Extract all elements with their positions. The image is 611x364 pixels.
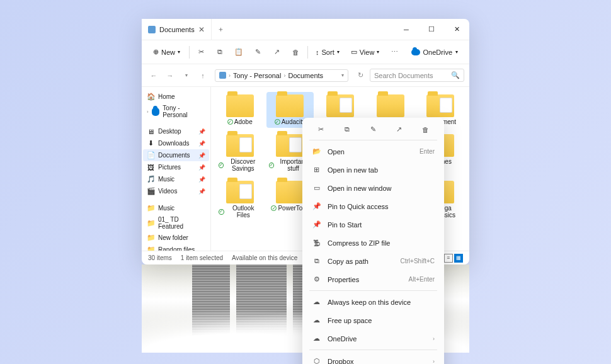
home-icon: 🏠 xyxy=(147,93,155,101)
sidebar-item-music[interactable]: 🎵Music📌 xyxy=(143,173,209,185)
sidebar-item-videos[interactable]: 🎬Videos📌 xyxy=(143,185,209,197)
sidebar-item-pictures[interactable]: 🖼Pictures📌 xyxy=(143,161,209,173)
sidebar-item[interactable]: 📁Random files xyxy=(143,244,209,251)
new-button[interactable]: ⊕ New ▾ xyxy=(148,45,185,59)
downloads-icon: ⬇ xyxy=(147,139,155,147)
new-tab-button[interactable]: ＋ xyxy=(212,19,231,40)
folder-icon xyxy=(377,94,404,117)
recent-button[interactable]: ▾ xyxy=(180,69,193,82)
toolbar: ⊕ New ▾ ✂ ⧉ 📋 ✎ ↗ 🗑 ↕ Sort ▾ ▭ View ▾ ⋯ … xyxy=(142,40,469,64)
tab-documents[interactable]: Documents ✕ xyxy=(142,19,212,40)
address-bar[interactable]: › Tony - Personal › Documents ▾ xyxy=(215,69,348,82)
tab-close-icon[interactable]: ✕ xyxy=(198,25,205,34)
copy-icon[interactable]: ⧉ xyxy=(343,125,352,134)
cut-button[interactable]: ✂ xyxy=(193,44,208,60)
folder-icon xyxy=(426,94,454,117)
delete-icon[interactable]: 🗑 xyxy=(421,125,430,134)
folder-icon xyxy=(276,94,304,117)
pin-icon: 📌 xyxy=(198,164,205,171)
pin-icon: 📌 xyxy=(198,188,205,195)
share-icon[interactable]: ↗ xyxy=(394,125,404,134)
sidebar-item-downloads[interactable]: ⬇Downloads📌 xyxy=(143,137,209,149)
desktop-icon: 🖥 xyxy=(147,127,155,135)
newtab-icon: ⊞ xyxy=(312,165,321,174)
ctx-pin-quick-access[interactable]: 📌Pin to Quick access xyxy=(306,197,441,215)
sync-icon: ✓ xyxy=(271,205,277,211)
availability: Available on this device xyxy=(232,254,297,261)
onedrive-button[interactable]: OneDrive ▾ xyxy=(406,46,463,59)
ctx-onedrive[interactable]: ☁OneDrive› xyxy=(306,329,441,348)
ctx-free-up-space[interactable]: ☁Free up space xyxy=(306,311,441,329)
ctx-always-keep[interactable]: ☁Always keep on this device xyxy=(306,293,441,311)
sidebar-personal[interactable]: ›Tony - Personal xyxy=(143,103,209,120)
context-menu: ✂ ⧉ ✎ ↗ 🗑 📂OpenEnter ⊞Open in new tab ▭O… xyxy=(302,118,444,364)
folder-item[interactable]: ✓ Outlook Files xyxy=(216,178,264,221)
sidebar-home[interactable]: 🏠Home xyxy=(143,91,209,103)
refresh-button[interactable]: ↻ xyxy=(353,69,367,82)
sidebar-item[interactable]: 📁Music xyxy=(143,202,209,214)
pin-icon: 📌 xyxy=(198,140,205,147)
close-button[interactable]: ✕ xyxy=(444,19,469,40)
pin-icon: 📌 xyxy=(198,152,205,159)
gear-icon: ⚙ xyxy=(312,275,321,284)
ctx-properties[interactable]: ⚙PropertiesAlt+Enter xyxy=(306,270,441,288)
item-count: 30 items xyxy=(148,254,172,261)
paste-button[interactable]: 📋 xyxy=(231,44,246,60)
minimize-button[interactable]: ─ xyxy=(394,19,419,40)
folder-item[interactable]: ✓ Discover Savings xyxy=(216,132,264,174)
forward-button[interactable]: → xyxy=(163,69,177,82)
view-icons-toggle[interactable]: ▦ xyxy=(454,254,463,263)
open-icon: 📂 xyxy=(312,147,321,156)
sidebar-item-documents[interactable]: 📄Documents📌 xyxy=(143,149,209,161)
view-button[interactable]: ▭ View ▾ xyxy=(347,45,384,59)
folder-item[interactable]: ✓ Adobe xyxy=(216,92,264,128)
breadcrumb-item[interactable]: Tony - Personal xyxy=(233,72,281,79)
sync-icon: ✓ xyxy=(219,162,224,168)
ctx-copy-path[interactable]: ⧉Copy as pathCtrl+Shift+C xyxy=(306,252,441,270)
folder-icon xyxy=(326,94,354,117)
view-details-toggle[interactable]: ≡ xyxy=(444,254,453,263)
sort-button[interactable]: ↕ Sort ▾ xyxy=(312,46,343,59)
more-button[interactable]: ⋯ xyxy=(387,44,402,60)
sidebar-item-desktop[interactable]: 🖥Desktop📌 xyxy=(143,125,209,137)
tab-label: Documents xyxy=(159,26,195,33)
chevron-right-icon: › xyxy=(433,336,435,342)
sync-icon: ✓ xyxy=(275,119,280,125)
ctx-open-new-window[interactable]: ▭Open in new window xyxy=(306,179,441,197)
rename-button[interactable]: ✎ xyxy=(251,44,266,60)
ctx-open[interactable]: 📂OpenEnter xyxy=(306,142,441,161)
sidebar-item[interactable]: 📁New folder xyxy=(143,232,209,244)
share-button[interactable]: ↗ xyxy=(270,44,285,60)
sync-icon: ☁ xyxy=(312,297,321,307)
rename-icon[interactable]: ✎ xyxy=(368,125,378,134)
pin-icon: 📌 xyxy=(198,176,205,183)
window-icon: ▭ xyxy=(312,183,321,193)
up-button[interactable]: ↑ xyxy=(196,69,210,82)
copy-button[interactable]: ⧉ xyxy=(212,44,227,60)
documents-icon xyxy=(148,26,156,33)
documents-icon: 📄 xyxy=(147,151,155,159)
delete-button[interactable]: 🗑 xyxy=(288,44,304,60)
sync-icon: ✓ xyxy=(269,162,274,168)
sidebar-item[interactable]: 📁01_ TD Featured xyxy=(143,214,209,232)
videos-icon: 🎬 xyxy=(147,187,155,195)
folder-icon: 📁 xyxy=(147,234,155,242)
navbar: ← → ▾ ↑ › Tony - Personal › Documents ▾ … xyxy=(142,64,469,87)
ctx-compress-zip[interactable]: 🗜Compress to ZIP file xyxy=(306,234,441,252)
maximize-button[interactable]: ☐ xyxy=(419,19,444,40)
sync-icon: ✓ xyxy=(227,119,233,125)
back-button[interactable]: ← xyxy=(147,69,161,82)
ctx-pin-start[interactable]: 📌Pin to Start xyxy=(306,215,441,234)
ctx-dropbox[interactable]: ⬡Dropbox› xyxy=(306,352,441,364)
music-icon: 🎵 xyxy=(147,175,155,183)
ctx-open-new-tab[interactable]: ⊞Open in new tab xyxy=(306,161,441,179)
cloud-icon xyxy=(152,108,160,116)
cut-icon[interactable]: ✂ xyxy=(316,125,326,134)
breadcrumb-item[interactable]: Documents xyxy=(288,72,323,79)
pin-icon: 📌 xyxy=(198,128,205,135)
folder-icon xyxy=(226,181,254,203)
search-input[interactable]: Search Documents🔍 xyxy=(370,69,464,82)
onedrive-icon: ☁ xyxy=(312,334,321,343)
folder-icon: 📁 xyxy=(147,246,155,251)
zip-icon: 🗜 xyxy=(312,238,321,247)
